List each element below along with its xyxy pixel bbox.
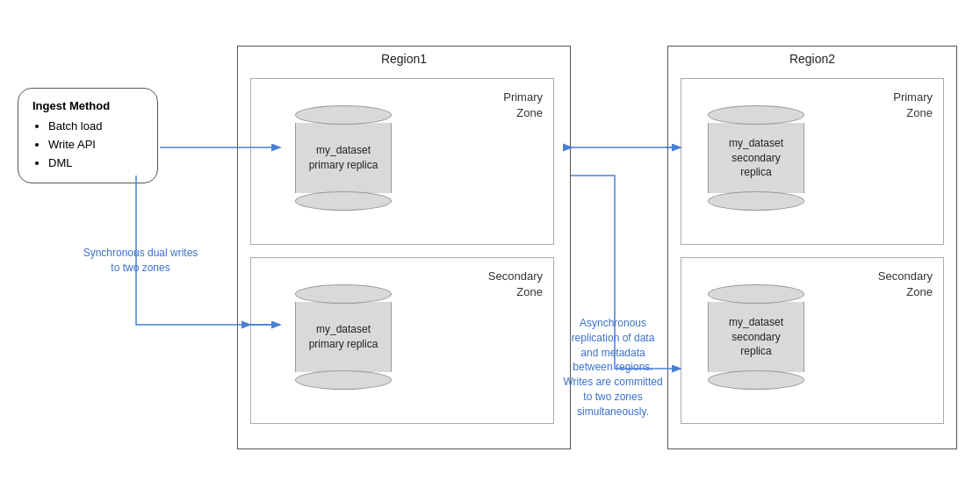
cyl-body-4: my_dataset secondary replica <box>708 302 804 372</box>
region1-primary-zone-label: Primary Zone <box>503 90 543 121</box>
cyl-body: my_dataset primary replica <box>295 123 392 193</box>
cyl-body-3: my_dataset secondary replica <box>708 123 804 193</box>
cyl-top-3 <box>708 105 804 125</box>
cyl-label: my_dataset primary replica <box>309 140 378 176</box>
cyl-top <box>295 105 392 125</box>
ingest-title: Ingest Method <box>32 99 143 112</box>
region1-secondary-zone: Secondary Zone my_dataset primary replic… <box>250 257 554 424</box>
cyl-bottom-2 <box>295 370 392 390</box>
async-label: Asynchronous replication of data and met… <box>543 316 683 420</box>
region2-label: Region2 <box>668 47 956 69</box>
cyl-label-2: my_dataset primary replica <box>309 319 378 355</box>
cyl-top-4 <box>708 284 804 304</box>
cyl-label-4: my_dataset secondary replica <box>729 312 783 362</box>
cyl-body-2: my_dataset primary replica <box>295 302 392 372</box>
region2-primary-zone-label: Primary Zone <box>893 90 933 121</box>
region2-primary-zone: Primary Zone my_dataset secondary replic… <box>681 78 944 245</box>
region2-primary-db: my_dataset secondary replica <box>708 105 804 211</box>
region1-label: Region1 <box>238 47 570 69</box>
ingest-item-write: Write API <box>48 136 143 154</box>
cyl-top-2 <box>295 284 392 304</box>
cyl-label-3: my_dataset secondary replica <box>729 133 783 183</box>
region1-primary-zone: Primary Zone my_dataset primary replica <box>250 78 554 245</box>
region1-secondary-db: my_dataset primary replica <box>295 284 392 390</box>
ingest-item-batch: Batch load <box>48 118 143 136</box>
cyl-bottom-4 <box>708 370 804 390</box>
region1-box: Region1 Primary Zone my_dataset primary … <box>237 46 571 449</box>
region2-secondary-db: my_dataset secondary replica <box>708 284 804 390</box>
region2-secondary-zone-label: Secondary Zone <box>878 269 933 300</box>
cyl-bottom-3 <box>708 191 804 211</box>
ingest-item-dml: DML <box>48 154 143 173</box>
cyl-bottom <box>295 191 392 211</box>
sync-label: Synchronous dual writes to two zones <box>70 246 211 276</box>
diagram-container: Ingest Method Batch load Write API DML R… <box>0 0 980 495</box>
region2-secondary-zone: Secondary Zone my_dataset secondary repl… <box>681 257 944 424</box>
ingest-list: Batch load Write API DML <box>32 118 143 172</box>
region1-primary-db: my_dataset primary replica <box>295 105 392 211</box>
region1-secondary-zone-label: Secondary Zone <box>488 269 543 300</box>
ingest-box: Ingest Method Batch load Write API DML <box>18 88 158 183</box>
region2-box: Region2 Primary Zone my_dataset secondar… <box>667 46 957 449</box>
